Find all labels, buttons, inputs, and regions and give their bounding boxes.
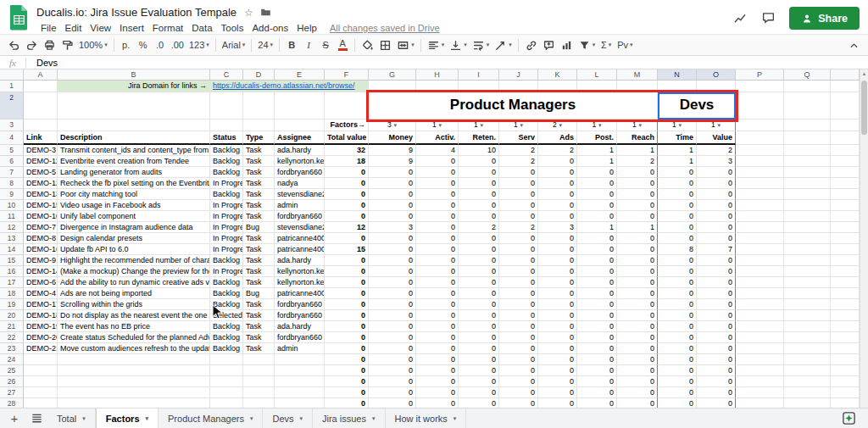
cell-status[interactable]: In Progress: [210, 233, 243, 244]
cell-score[interactable]: 0: [369, 200, 416, 211]
cell-type[interactable]: Task: [243, 266, 275, 277]
row-number[interactable]: 12: [0, 222, 24, 233]
cell-type[interactable]: Task: [243, 156, 275, 167]
cell-description[interactable]: Design calendar presets: [58, 233, 210, 244]
cell[interactable]: [831, 200, 860, 211]
cell-score[interactable]: 0: [697, 332, 736, 343]
cell-score[interactable]: 0: [617, 211, 658, 222]
cell-score[interactable]: 0: [577, 233, 617, 244]
cell-assignee[interactable]: [275, 398, 325, 408]
header-post[interactable]: Post.: [577, 131, 617, 145]
move-to-folder-icon[interactable]: [260, 7, 271, 18]
cell-score[interactable]: 1: [658, 145, 697, 156]
cell-description[interactable]: Add the ability to run dynamic creative …: [58, 277, 210, 288]
cell-score[interactable]: 0: [617, 244, 658, 255]
cell-score[interactable]: 1: [617, 145, 658, 156]
cell-assignee[interactable]: fordbryan660: [275, 332, 325, 343]
cell-description[interactable]: Eventbrite event creation from Tendee: [58, 156, 210, 167]
cell-score[interactable]: 0: [459, 200, 499, 211]
cell[interactable]: [784, 167, 831, 178]
menu-data[interactable]: Data: [187, 23, 216, 33]
cell-total-value[interactable]: 0: [325, 255, 369, 266]
cell-status[interactable]: [210, 365, 243, 376]
cell-link[interactable]: DEMO-15: [24, 200, 58, 211]
cell-score[interactable]: 2: [697, 145, 736, 156]
cell-score[interactable]: 0: [459, 332, 499, 343]
cell-score[interactable]: 0: [577, 266, 617, 277]
cell-score[interactable]: 0: [697, 387, 736, 398]
cell[interactable]: [831, 178, 860, 189]
cell[interactable]: [24, 81, 58, 92]
cell-status[interactable]: In Progress: [210, 222, 243, 233]
cell[interactable]: [784, 310, 831, 321]
cell-score[interactable]: 0: [459, 233, 499, 244]
cell-type[interactable]: Task: [243, 167, 275, 178]
cell-score[interactable]: 0: [369, 277, 416, 288]
cell[interactable]: [831, 277, 860, 288]
cell-score[interactable]: 0: [697, 222, 736, 233]
cell-score[interactable]: 1: [617, 222, 658, 233]
cell-score[interactable]: 0: [416, 266, 459, 277]
cell[interactable]: [784, 244, 831, 255]
insert-chart-icon[interactable]: [558, 36, 576, 53]
cell[interactable]: [831, 244, 860, 255]
row-number[interactable]: 14: [0, 244, 24, 255]
cell-total-value[interactable]: 0: [325, 266, 369, 277]
cell-description[interactable]: Divergence in Instagram audience data: [58, 222, 210, 233]
cell-score[interactable]: 0: [617, 167, 658, 178]
cell-status[interactable]: Backlog: [210, 189, 243, 200]
column-header-A[interactable]: A: [24, 69, 58, 80]
cell-score[interactable]: 0: [697, 365, 736, 376]
cell-score[interactable]: 3: [538, 222, 577, 233]
cell-score[interactable]: 0: [416, 178, 459, 189]
cell-description[interactable]: Recheck the fb pixel setting on the Even…: [58, 178, 210, 189]
cell-score[interactable]: 0: [697, 266, 736, 277]
cell-score[interactable]: 0: [459, 244, 499, 255]
cell-status[interactable]: [210, 354, 243, 365]
factor-weight-dropdown[interactable]: 1▾: [697, 120, 736, 131]
print-icon[interactable]: [41, 36, 58, 53]
cell-type[interactable]: Task: [243, 244, 275, 255]
cell-score[interactable]: 0: [459, 365, 499, 376]
cell[interactable]: [736, 92, 784, 120]
cell-description[interactable]: Poor city matching tool: [58, 189, 210, 200]
cell-assignee[interactable]: [275, 354, 325, 365]
header-reten[interactable]: Reten.: [459, 131, 499, 145]
cell-status[interactable]: [210, 398, 243, 408]
all-sheets-icon[interactable]: [25, 409, 47, 428]
column-header-K[interactable]: K: [538, 69, 577, 80]
scroll-up-icon[interactable]: ▲: [860, 69, 868, 78]
cell-total-value[interactable]: 0: [325, 343, 369, 354]
cell[interactable]: [784, 178, 831, 189]
cell[interactable]: [784, 343, 831, 354]
cell-score[interactable]: 0: [499, 321, 538, 332]
cell-score[interactable]: 0: [658, 332, 697, 343]
cell-score[interactable]: 2: [499, 156, 538, 167]
cell-score[interactable]: 0: [499, 266, 538, 277]
cell-assignee[interactable]: stevensdiane23: [275, 189, 325, 200]
cell-link[interactable]: DEMO-17: [24, 299, 58, 310]
cell-status[interactable]: Selected fo: [210, 310, 243, 321]
cell[interactable]: [325, 92, 369, 120]
cell-assignee[interactable]: nadya: [275, 178, 325, 189]
cell-score[interactable]: 0: [538, 266, 577, 277]
cell-score[interactable]: 0: [369, 255, 416, 266]
cell-score[interactable]: 0: [416, 156, 459, 167]
cell-type[interactable]: [243, 365, 275, 376]
cell-score[interactable]: 0: [499, 277, 538, 288]
cell-type[interactable]: Task: [243, 200, 275, 211]
column-header-B[interactable]: B: [58, 69, 210, 80]
cell[interactable]: [617, 81, 658, 92]
cell-description[interactable]: The event has no EB price: [58, 321, 210, 332]
pivot-button[interactable]: Pv▾: [615, 36, 635, 53]
cell-description[interactable]: [58, 398, 210, 408]
cell[interactable]: [736, 376, 784, 387]
cell-score[interactable]: 0: [416, 398, 459, 408]
cell-score[interactable]: 0: [697, 299, 736, 310]
cell-assignee[interactable]: fordbryan660: [275, 211, 325, 222]
column-header-M[interactable]: M: [617, 69, 658, 80]
cell-type[interactable]: Task: [243, 211, 275, 222]
cell-score[interactable]: 0: [577, 310, 617, 321]
cell-score[interactable]: 10: [459, 145, 499, 156]
cell-score[interactable]: 0: [538, 211, 577, 222]
